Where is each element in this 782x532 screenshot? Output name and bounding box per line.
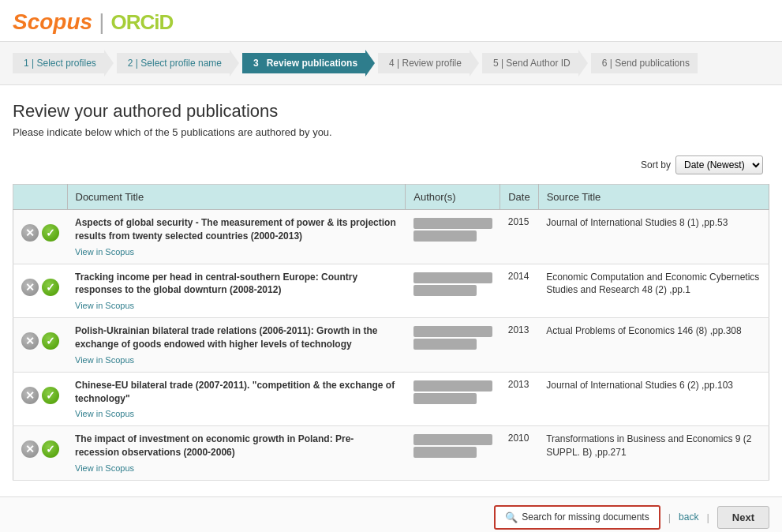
view-in-scopus-link[interactable]: View in Scopus — [75, 355, 134, 365]
row2-doc-title: Tracking income per head in central-sout… — [67, 264, 406, 318]
view-in-scopus-link[interactable]: View in Scopus — [75, 463, 134, 473]
row2-source: Economic Computation and Economic Cybern… — [538, 264, 769, 318]
col-document-title: Document Title — [67, 185, 406, 210]
row1-doc-title: Aspects of global security - The measure… — [67, 210, 406, 264]
row4-source: Journal of International Studies 6 (2) ,… — [538, 372, 769, 426]
col-authors: Author(s) — [406, 185, 500, 210]
step-3: 3 Review publications — [242, 50, 378, 77]
steps-bar: 1 | Select profiles 2 | Select profile n… — [0, 42, 782, 85]
step-4: 4 | Review profile — [378, 50, 482, 77]
row3-source: Actual Problems of Economics 146 (8) ,pp… — [538, 318, 769, 373]
search-missing-button[interactable]: 🔍 Search for missing documents — [494, 505, 660, 530]
table-row: ✕ ✓ Tracking income per head in central-… — [13, 264, 769, 318]
row4-date: 2013 — [500, 372, 538, 426]
row1-actions: ✕ ✓ — [13, 210, 68, 264]
step4-label: 4 | Review profile — [378, 53, 470, 73]
sort-select[interactable]: Date (Newest) Date (Oldest) Title — [675, 155, 763, 174]
logo-divider: | — [99, 9, 104, 35]
exclude-button[interactable]: ✕ — [21, 440, 39, 458]
page-subtitle: Please indicate below which of the 5 pub… — [13, 126, 769, 138]
row2-actions: ✕ ✓ — [13, 264, 68, 318]
logo: Scopus | ORCiD — [13, 9, 769, 35]
view-in-scopus-link[interactable]: View in Scopus — [75, 409, 134, 418]
row5-source: Transformations in Business and Economic… — [538, 426, 769, 481]
step1-link[interactable]: 1 | Select profiles — [24, 58, 96, 69]
include-button[interactable]: ✓ — [42, 332, 59, 350]
row5-doc-title: The impact of investment on economic gro… — [67, 426, 406, 481]
search-missing-label: Search for missing documents — [522, 511, 649, 523]
sort-bar: Sort by Date (Newest) Date (Oldest) Titl… — [13, 151, 769, 179]
page-title: Review your authored publications — [13, 101, 769, 122]
col-date: Date — [500, 185, 538, 210]
row3-authors — [406, 318, 500, 373]
step2-link[interactable]: 2 | Select profile name — [128, 58, 222, 69]
row5-actions: ✕ ✓ — [13, 426, 68, 481]
row1-authors — [406, 210, 500, 264]
exclude-button[interactable]: ✕ — [21, 387, 39, 404]
main-content: Review your authored publications Please… — [0, 85, 782, 496]
exclude-button[interactable]: ✕ — [21, 279, 39, 296]
header: Scopus | ORCiD — [0, 0, 782, 42]
col-actions — [13, 185, 68, 210]
view-in-scopus-link[interactable]: View in Scopus — [75, 247, 134, 257]
step6-label: 6 | Send publications — [591, 53, 698, 73]
step3-label: 3 Review publications — [242, 53, 365, 73]
row3-doc-title: Polish-Ukrainian bilateral trade relatio… — [67, 318, 406, 373]
exclude-button[interactable]: ✕ — [21, 224, 39, 242]
step-1[interactable]: 1 | Select profiles — [13, 50, 117, 77]
footer-bar: 🔍 Search for missing documents | back | … — [0, 496, 782, 532]
row5-authors — [406, 426, 500, 481]
include-button[interactable]: ✓ — [42, 440, 59, 458]
table-header-row: Document Title Author(s) Date Source Tit… — [13, 185, 769, 210]
back-button[interactable]: back — [679, 511, 698, 523]
exclude-button[interactable]: ✕ — [21, 332, 39, 350]
row5-date: 2010 — [500, 426, 538, 481]
row2-date: 2014 — [500, 264, 538, 318]
row4-actions: ✕ ✓ — [13, 372, 68, 426]
step-2[interactable]: 2 | Select profile name — [117, 50, 242, 77]
view-in-scopus-link[interactable]: View in Scopus — [75, 301, 134, 310]
sort-label: Sort by — [641, 159, 671, 170]
include-button[interactable]: ✓ — [42, 279, 59, 296]
orcid-logo: ORCiD — [110, 10, 173, 35]
step-5: 5 | Send Author ID — [482, 50, 591, 77]
row1-source: Journal of International Studies 8 (1) ,… — [538, 210, 769, 264]
col-source-title: Source Title — [538, 185, 769, 210]
row3-actions: ✕ ✓ — [13, 318, 68, 373]
scopus-logo: Scopus — [13, 9, 92, 35]
table-row: ✕ ✓ Polish-Ukrainian bilateral trade rel… — [13, 318, 769, 373]
search-icon: 🔍 — [505, 511, 518, 523]
row1-date: 2015 — [500, 210, 538, 264]
step-6: 6 | Send publications — [591, 53, 698, 73]
row3-date: 2013 — [500, 318, 538, 373]
next-button[interactable]: Next — [717, 506, 769, 529]
table-row: ✕ ✓ The impact of investment on economic… — [13, 426, 769, 481]
row2-authors — [406, 264, 500, 318]
publications-table: Document Title Author(s) Date Source Tit… — [13, 184, 769, 481]
include-button[interactable]: ✓ — [42, 387, 59, 404]
row4-authors — [406, 372, 500, 426]
row4-doc-title: Chinese-EU bilateral trade (2007-2011). … — [67, 372, 406, 426]
include-button[interactable]: ✓ — [42, 224, 59, 242]
table-row: ✕ ✓ Aspects of global security - The mea… — [13, 210, 769, 264]
table-row: ✕ ✓ Chinese-EU bilateral trade (2007-201… — [13, 372, 769, 426]
footer-sep2: | — [706, 511, 709, 523]
step5-label: 5 | Send Author ID — [482, 53, 578, 73]
footer-sep1: | — [668, 511, 671, 523]
